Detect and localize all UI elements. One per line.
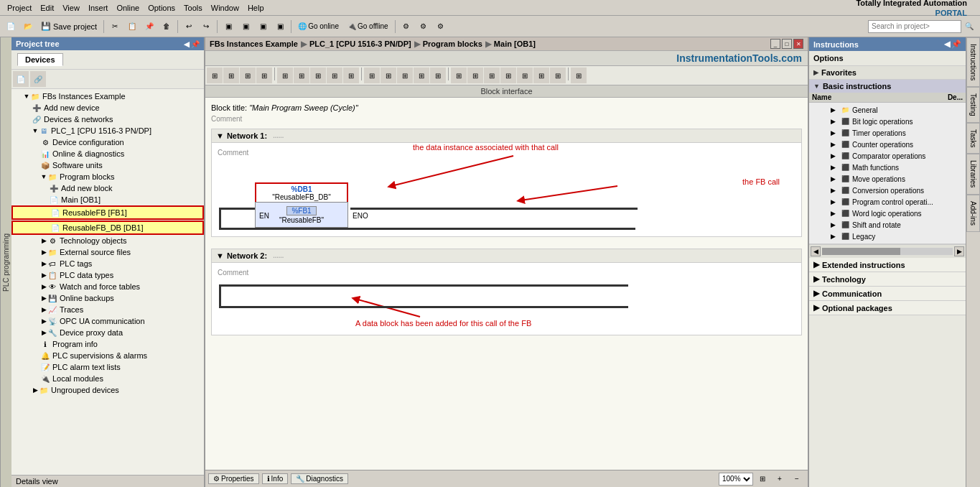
ct-btn1[interactable]: ⊞	[207, 68, 223, 83]
instr-shift-rotate[interactable]: ▶ ⬛ Shift and rotate	[813, 219, 961, 231]
maximize-btn[interactable]: □	[782, 39, 792, 49]
ct-btn18[interactable]: ⊞	[500, 68, 516, 83]
info-btn[interactable]: ℹ Info	[262, 473, 289, 484]
scroll-right-btn[interactable]: ▶	[954, 246, 964, 256]
tree-plc-tags[interactable]: ▶ 🏷 PLC tags	[11, 258, 204, 269]
tree-content[interactable]: ▼ 📁 FBs Instances Example ➕ Add new devi…	[11, 89, 204, 475]
tree-device-proxy[interactable]: ▶ 🔧 Device proxy data	[11, 327, 204, 338]
more-btn3[interactable]: ⚙	[433, 19, 449, 34]
extended-instructions-header[interactable]: ▶ Extended instructions	[809, 258, 966, 272]
ct-btn16[interactable]: ⊞	[467, 68, 483, 83]
tree-reusable-db[interactable]: 📄 ReusableFB_DB [DB1]	[11, 221, 204, 235]
btn1[interactable]: ▣	[220, 19, 236, 34]
zoom-fit-btn[interactable]: ⊞	[755, 471, 770, 487]
menu-project[interactable]: Project	[3, 2, 36, 14]
ct-btn2[interactable]: ⊞	[223, 68, 239, 83]
tree-online-backups[interactable]: ▶ 💾 Online backups	[11, 292, 204, 304]
tree-add-block[interactable]: ➕ Add new block	[11, 182, 204, 194]
ct-btn12[interactable]: ⊞	[397, 68, 413, 83]
ct-btn13[interactable]: ⊞	[414, 68, 429, 83]
instr-prog-ctrl[interactable]: ▶ ⬛ Program control operati...	[813, 196, 961, 208]
tree-ungrouped[interactable]: ▶ 📁 Ungrouped devices	[11, 384, 204, 396]
paste-btn[interactable]: 📌	[141, 19, 157, 34]
ct-btn22[interactable]: ⊞	[571, 68, 587, 83]
btn3[interactable]: ▣	[255, 19, 271, 34]
menu-edit[interactable]: Edit	[36, 2, 58, 14]
more-btn2[interactable]: ⚙	[416, 19, 431, 34]
tree-program-info[interactable]: ℹ Program info	[11, 338, 204, 350]
tree-tech-objects[interactable]: ▶ ⚙ Technology objects	[11, 235, 204, 246]
search-go-btn[interactable]: 🔍	[961, 19, 977, 34]
collapse-tree-btn[interactable]: ◀	[184, 40, 190, 48]
basic-instructions-header[interactable]: ▼ Basic instructions	[809, 80, 966, 93]
menu-online[interactable]: Online	[112, 2, 144, 14]
tab-add-ins[interactable]: Add-ins	[966, 195, 980, 232]
tree-device-config[interactable]: ⚙ Device configuration	[11, 136, 204, 148]
tree-online-diag[interactable]: 📊 Online & diagnostics	[11, 148, 204, 159]
menu-view[interactable]: View	[58, 2, 84, 14]
tab-libraries[interactable]: Libraries	[966, 154, 980, 194]
ct-btn20[interactable]: ⊞	[533, 68, 549, 83]
copy-btn[interactable]: 📋	[124, 19, 140, 34]
delete-btn[interactable]: 🗑	[159, 19, 174, 34]
menu-tools[interactable]: Tools	[179, 2, 207, 14]
tree-reusable-fb[interactable]: 📄 ReusableFB [FB1]	[11, 205, 204, 220]
network2-expand-btn[interactable]: ▼	[216, 251, 224, 260]
tree-add-device[interactable]: ➕ Add new device	[11, 102, 204, 113]
tree-software-units[interactable]: 📦 Software units	[11, 159, 204, 171]
instr-timer[interactable]: ▶ ⬛ Timer operations	[813, 127, 961, 139]
ct-btn10[interactable]: ⊞	[364, 68, 380, 83]
open-btn[interactable]: 📂	[20, 19, 36, 34]
tree-root[interactable]: ▼ 📁 FBs Instances Example	[11, 91, 204, 102]
tree-plc1[interactable]: ▼ 🖥 PLC_1 [CPU 1516-3 PN/DP]	[11, 125, 204, 136]
btn4[interactable]: ▣	[272, 19, 288, 34]
tree-btn2[interactable]: 🔗	[30, 71, 46, 87]
minimize-btn[interactable]: _	[770, 39, 780, 49]
instr-comparator[interactable]: ▶ ⬛ Comparator operations	[813, 150, 961, 162]
zoom-out-btn[interactable]: −	[789, 471, 805, 487]
tree-devices-networks[interactable]: 🔗 Devices & networks	[11, 113, 204, 125]
diagnostics-btn[interactable]: 🔧 Diagnostics	[291, 473, 348, 484]
menu-help[interactable]: Help	[243, 2, 269, 14]
scrollbar-track[interactable]	[822, 248, 953, 255]
optional-packages-header[interactable]: ▶ Optional packages	[809, 301, 966, 315]
instr-bit-logic[interactable]: ▶ ⬛ Bit logic operations	[813, 116, 961, 127]
editor-content[interactable]: Block title: "Main Program Sweep (Cycle)…	[205, 98, 808, 470]
ct-btn7[interactable]: ⊞	[310, 68, 326, 83]
instr-math[interactable]: ▶ ⬛ Math functions	[813, 162, 961, 173]
go-online-btn[interactable]: 🌐 Go online	[294, 19, 342, 34]
communication-header[interactable]: ▶ Communication	[809, 287, 966, 300]
tab-testing[interactable]: Testing	[966, 87, 980, 123]
more-btn1[interactable]: ⚙	[398, 19, 414, 34]
instr-counter[interactable]: ▶ ⬛ Counter operations	[813, 139, 961, 150]
scroll-left-btn[interactable]: ◀	[811, 246, 821, 256]
details-view-btn[interactable]: Details view	[11, 475, 204, 487]
ct-btn6[interactable]: ⊞	[294, 68, 309, 83]
tree-plc-sup[interactable]: 🔔 PLC supervisions & alarms	[11, 350, 204, 361]
cut-btn[interactable]: ✂	[107, 19, 123, 34]
ct-btn19[interactable]: ⊞	[517, 68, 533, 83]
zoom-select[interactable]: 100%	[719, 473, 753, 486]
instr-legacy[interactable]: ▶ ⬛ Legacy	[813, 231, 961, 242]
tree-program-blocks[interactable]: ▼ 📁 Program blocks	[11, 171, 204, 182]
ct-btn3[interactable]: ⊞	[240, 68, 256, 83]
undo-btn[interactable]: ↩	[181, 19, 197, 34]
redo-btn[interactable]: ↪	[198, 19, 214, 34]
menu-insert[interactable]: Insert	[84, 2, 113, 14]
devices-tab-btn[interactable]: Devices	[17, 53, 63, 66]
tree-traces[interactable]: ▶ 📈 Traces	[11, 304, 204, 315]
instructions-collapse-btn[interactable]: ◀	[944, 40, 950, 49]
scrollbar-thumb[interactable]	[822, 248, 900, 255]
btn2[interactable]: ▣	[238, 19, 253, 34]
menu-window[interactable]: Window	[207, 2, 243, 14]
tab-tasks[interactable]: Tasks	[966, 123, 980, 154]
tree-local-modules[interactable]: 🔌 Local modules	[11, 373, 204, 384]
save-project-btn[interactable]: 💾 Save project	[37, 19, 101, 34]
pin-tree-btn[interactable]: 📌	[191, 40, 200, 48]
menu-options[interactable]: Options	[144, 2, 179, 14]
go-offline-btn[interactable]: 🔌 Go offline	[344, 19, 392, 34]
tree-ext-sources[interactable]: ▶ 📁 External source files	[11, 246, 204, 258]
close-btn[interactable]: ✕	[793, 39, 803, 49]
tree-main-ob1[interactable]: 📄 Main [OB1]	[11, 194, 204, 205]
search-input[interactable]	[868, 20, 961, 33]
